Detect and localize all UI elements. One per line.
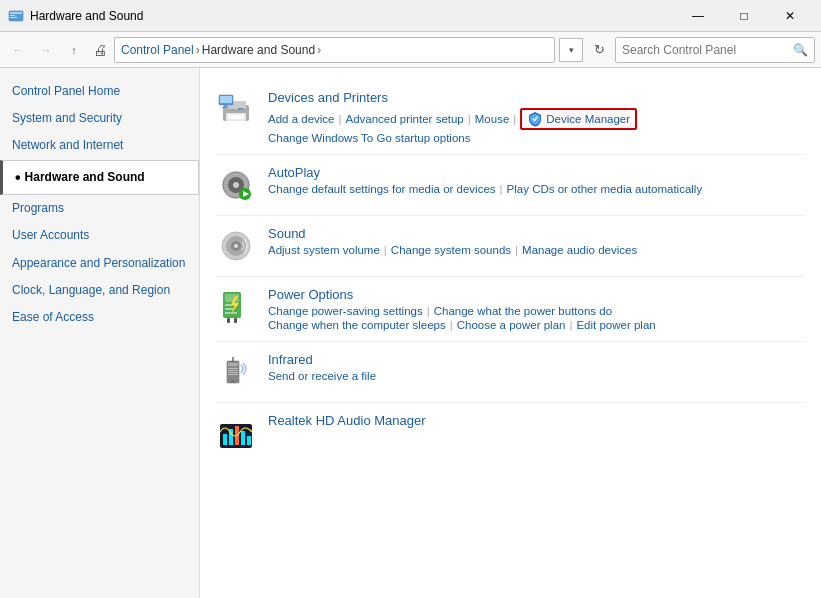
sidebar-item-control-panel-home[interactable]: Control Panel Home bbox=[0, 78, 199, 105]
minimize-button[interactable]: — bbox=[675, 0, 721, 32]
active-bullet: • bbox=[15, 165, 21, 191]
sound-links: Adjust system volume | Change system sou… bbox=[268, 244, 805, 256]
power-links: Change power-saving settings | Change wh… bbox=[268, 305, 805, 317]
link-device-manager[interactable]: Device Manager bbox=[546, 113, 630, 125]
power-title[interactable]: Power Options bbox=[268, 287, 805, 302]
power-links2: Change when the computer sleeps | Choose… bbox=[268, 319, 805, 331]
power-icon bbox=[216, 287, 256, 327]
link-windows-to-go[interactable]: Change Windows To Go startup options bbox=[268, 132, 470, 144]
back-icon: ← bbox=[13, 44, 24, 56]
sidebar-item-ease-of-access[interactable]: Ease of Access bbox=[0, 304, 199, 331]
sidebar-label-system-security: System and Security bbox=[12, 109, 122, 128]
link-sleep[interactable]: Change when the computer sleeps bbox=[268, 319, 446, 331]
svg-rect-8 bbox=[238, 108, 244, 110]
section-autoplay: AutoPlay Change default settings for med… bbox=[216, 155, 805, 216]
section-realtek: Realtek HD Audio Manager bbox=[216, 403, 805, 463]
svg-rect-3 bbox=[10, 17, 17, 18]
link-power-buttons[interactable]: Change what the power buttons do bbox=[434, 305, 612, 317]
link-power-plan[interactable]: Choose a power plan bbox=[457, 319, 566, 331]
forward-icon: → bbox=[41, 44, 52, 56]
sound-content: Sound Adjust system volume | Change syst… bbox=[268, 226, 805, 256]
breadcrumb-sep-1: › bbox=[196, 43, 200, 57]
svg-rect-34 bbox=[228, 370, 238, 371]
svg-rect-10 bbox=[220, 96, 232, 103]
link-change-system-sounds[interactable]: Change system sounds bbox=[391, 244, 511, 256]
breadcrumb-dropdown-button[interactable]: ▾ bbox=[559, 38, 583, 62]
devices-printers-links: Add a device | Advanced printer setup | … bbox=[268, 108, 805, 130]
autoplay-links: Change default settings for media or dev… bbox=[268, 183, 805, 195]
link-send-receive[interactable]: Send or receive a file bbox=[268, 370, 376, 382]
link-play-cds[interactable]: Play CDs or other media automatically bbox=[507, 183, 703, 195]
window-icon bbox=[8, 8, 24, 24]
main-container: Control Panel Home System and Security N… bbox=[0, 68, 821, 598]
svg-rect-26 bbox=[225, 308, 233, 310]
svg-rect-44 bbox=[247, 436, 251, 445]
svg-rect-7 bbox=[228, 115, 244, 119]
search-bar: 🔍 bbox=[615, 37, 815, 63]
section-devices-printers: Devices and Printers Add a device | Adva… bbox=[216, 80, 805, 155]
autoplay-icon bbox=[216, 165, 256, 205]
up-icon: ↑ bbox=[71, 44, 77, 56]
content-area: Devices and Printers Add a device | Adva… bbox=[200, 68, 821, 598]
link-change-default-media[interactable]: Change default settings for media or dev… bbox=[268, 183, 496, 195]
infrared-content: Infrared Send or receive a file bbox=[268, 352, 805, 382]
sidebar-item-programs[interactable]: Programs bbox=[0, 195, 199, 222]
link-mouse[interactable]: Mouse bbox=[475, 113, 510, 125]
sidebar-item-clock-language[interactable]: Clock, Language, and Region bbox=[0, 277, 199, 304]
realtek-title[interactable]: Realtek HD Audio Manager bbox=[268, 413, 805, 428]
search-icon: 🔍 bbox=[793, 43, 808, 57]
title-bar: Hardware and Sound — □ ✕ bbox=[0, 0, 821, 32]
window-controls: — □ ✕ bbox=[675, 0, 813, 32]
sidebar-item-appearance[interactable]: Appearance and Personalization bbox=[0, 250, 199, 277]
svg-rect-12 bbox=[222, 107, 229, 108]
sidebar-label-ease-of-access: Ease of Access bbox=[12, 308, 94, 327]
up-button[interactable]: ↑ bbox=[62, 38, 86, 62]
svg-point-22 bbox=[234, 244, 238, 248]
sidebar-label-user-accounts: User Accounts bbox=[12, 226, 89, 245]
link-edit-power-plan[interactable]: Edit power plan bbox=[576, 319, 655, 331]
section-infrared: Infrared Send or receive a file bbox=[216, 342, 805, 403]
sidebar-label-clock-language: Clock, Language, and Region bbox=[12, 281, 170, 300]
sidebar-label-programs: Programs bbox=[12, 199, 64, 218]
svg-rect-40 bbox=[223, 434, 227, 445]
svg-rect-35 bbox=[228, 372, 238, 373]
link-advanced-printer-setup[interactable]: Advanced printer setup bbox=[346, 113, 464, 125]
close-button[interactable]: ✕ bbox=[767, 0, 813, 32]
svg-rect-43 bbox=[241, 431, 245, 445]
devices-printers-content: Devices and Printers Add a device | Adva… bbox=[268, 90, 805, 144]
maximize-button[interactable]: □ bbox=[721, 0, 767, 32]
infrared-icon bbox=[216, 352, 256, 392]
address-bar: ← → ↑ 🖨 Control Panel › Hardware and Sou… bbox=[0, 32, 821, 68]
link-add-device[interactable]: Add a device bbox=[268, 113, 335, 125]
infrared-links: Send or receive a file bbox=[268, 370, 805, 382]
sidebar-item-system-security[interactable]: System and Security bbox=[0, 105, 199, 132]
sound-title[interactable]: Sound bbox=[268, 226, 805, 241]
devices-printers-title[interactable]: Devices and Printers bbox=[268, 90, 805, 105]
sidebar-label-control-panel-home: Control Panel Home bbox=[12, 82, 120, 101]
devices-printers-icon bbox=[216, 90, 256, 130]
svg-rect-11 bbox=[224, 105, 227, 107]
svg-rect-36 bbox=[228, 374, 238, 375]
link-power-saving[interactable]: Change power-saving settings bbox=[268, 305, 423, 317]
breadcrumb-control-panel[interactable]: Control Panel bbox=[121, 43, 194, 57]
autoplay-content: AutoPlay Change default settings for med… bbox=[268, 165, 805, 195]
svg-rect-33 bbox=[228, 368, 238, 369]
realtek-content: Realtek HD Audio Manager bbox=[268, 413, 805, 431]
sidebar-item-user-accounts[interactable]: User Accounts bbox=[0, 222, 199, 249]
link-adjust-volume[interactable]: Adjust system volume bbox=[268, 244, 380, 256]
sidebar-item-hardware-sound[interactable]: • Hardware and Sound bbox=[0, 160, 199, 196]
sound-icon bbox=[216, 226, 256, 266]
devices-printers-links2: Change Windows To Go startup options bbox=[268, 132, 805, 144]
refresh-button[interactable]: ↻ bbox=[587, 38, 611, 62]
sidebar-label-network-internet: Network and Internet bbox=[12, 136, 123, 155]
autoplay-title[interactable]: AutoPlay bbox=[268, 165, 805, 180]
sidebar-item-network-internet[interactable]: Network and Internet bbox=[0, 132, 199, 159]
back-button[interactable]: ← bbox=[6, 38, 30, 62]
svg-rect-30 bbox=[234, 318, 237, 323]
infrared-title[interactable]: Infrared bbox=[268, 352, 805, 367]
svg-rect-2 bbox=[10, 15, 15, 16]
forward-button[interactable]: → bbox=[34, 38, 58, 62]
search-input[interactable] bbox=[622, 43, 789, 57]
link-manage-audio[interactable]: Manage audio devices bbox=[522, 244, 637, 256]
svg-rect-29 bbox=[227, 318, 230, 323]
